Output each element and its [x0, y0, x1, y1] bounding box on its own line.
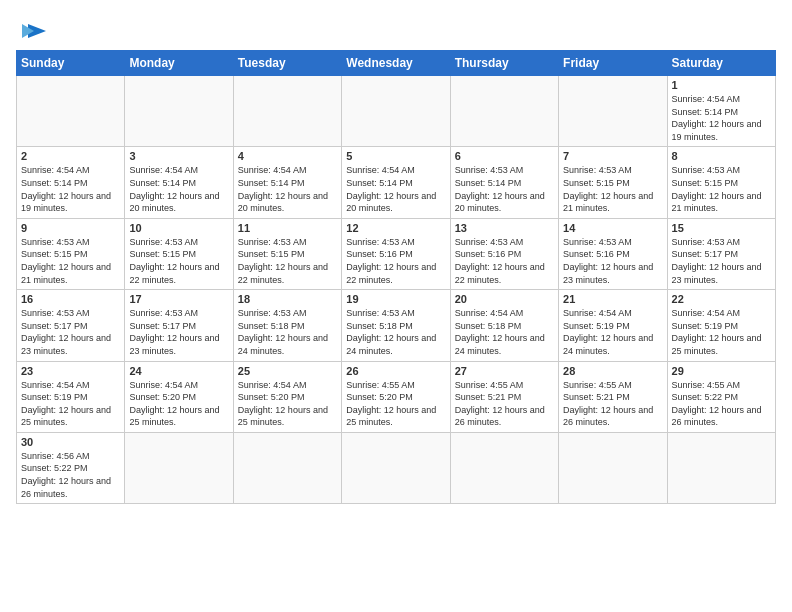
day-info: Sunrise: 4:56 AM Sunset: 5:22 PM Dayligh…	[21, 450, 120, 500]
day-info: Sunrise: 4:54 AM Sunset: 5:14 PM Dayligh…	[346, 164, 445, 214]
day-number: 30	[21, 436, 120, 448]
calendar-row: 2Sunrise: 4:54 AM Sunset: 5:14 PM Daylig…	[17, 147, 776, 218]
day-info: Sunrise: 4:53 AM Sunset: 5:16 PM Dayligh…	[455, 236, 554, 286]
logo	[16, 16, 48, 42]
day-number: 6	[455, 150, 554, 162]
calendar-table: SundayMondayTuesdayWednesdayThursdayFrid…	[16, 50, 776, 504]
day-info: Sunrise: 4:55 AM Sunset: 5:20 PM Dayligh…	[346, 379, 445, 429]
calendar-row: 16Sunrise: 4:53 AM Sunset: 5:17 PM Dayli…	[17, 290, 776, 361]
calendar-cell: 5Sunrise: 4:54 AM Sunset: 5:14 PM Daylig…	[342, 147, 450, 218]
calendar-cell: 7Sunrise: 4:53 AM Sunset: 5:15 PM Daylig…	[559, 147, 667, 218]
day-number: 25	[238, 365, 337, 377]
calendar-cell: 13Sunrise: 4:53 AM Sunset: 5:16 PM Dayli…	[450, 218, 558, 289]
calendar-cell: 19Sunrise: 4:53 AM Sunset: 5:18 PM Dayli…	[342, 290, 450, 361]
calendar-cell	[233, 76, 341, 147]
calendar-cell: 1Sunrise: 4:54 AM Sunset: 5:14 PM Daylig…	[667, 76, 775, 147]
weekday-header: Monday	[125, 51, 233, 76]
calendar-row: 30Sunrise: 4:56 AM Sunset: 5:22 PM Dayli…	[17, 432, 776, 503]
day-info: Sunrise: 4:53 AM Sunset: 5:14 PM Dayligh…	[455, 164, 554, 214]
calendar-cell	[125, 76, 233, 147]
calendar-cell: 22Sunrise: 4:54 AM Sunset: 5:19 PM Dayli…	[667, 290, 775, 361]
day-info: Sunrise: 4:53 AM Sunset: 5:17 PM Dayligh…	[21, 307, 120, 357]
day-number: 8	[672, 150, 771, 162]
calendar-cell: 2Sunrise: 4:54 AM Sunset: 5:14 PM Daylig…	[17, 147, 125, 218]
weekday-header: Saturday	[667, 51, 775, 76]
day-info: Sunrise: 4:55 AM Sunset: 5:22 PM Dayligh…	[672, 379, 771, 429]
day-info: Sunrise: 4:54 AM Sunset: 5:20 PM Dayligh…	[129, 379, 228, 429]
day-info: Sunrise: 4:53 AM Sunset: 5:17 PM Dayligh…	[129, 307, 228, 357]
day-number: 1	[672, 79, 771, 91]
calendar-cell: 15Sunrise: 4:53 AM Sunset: 5:17 PM Dayli…	[667, 218, 775, 289]
calendar-cell	[450, 76, 558, 147]
calendar-cell: 16Sunrise: 4:53 AM Sunset: 5:17 PM Dayli…	[17, 290, 125, 361]
calendar-cell: 3Sunrise: 4:54 AM Sunset: 5:14 PM Daylig…	[125, 147, 233, 218]
day-number: 4	[238, 150, 337, 162]
day-number: 18	[238, 293, 337, 305]
day-number: 11	[238, 222, 337, 234]
calendar-cell	[559, 76, 667, 147]
day-info: Sunrise: 4:55 AM Sunset: 5:21 PM Dayligh…	[455, 379, 554, 429]
day-number: 12	[346, 222, 445, 234]
day-number: 19	[346, 293, 445, 305]
day-number: 27	[455, 365, 554, 377]
day-number: 13	[455, 222, 554, 234]
day-number: 22	[672, 293, 771, 305]
calendar-cell: 14Sunrise: 4:53 AM Sunset: 5:16 PM Dayli…	[559, 218, 667, 289]
day-number: 16	[21, 293, 120, 305]
weekday-header: Thursday	[450, 51, 558, 76]
day-info: Sunrise: 4:53 AM Sunset: 5:16 PM Dayligh…	[563, 236, 662, 286]
day-info: Sunrise: 4:54 AM Sunset: 5:14 PM Dayligh…	[129, 164, 228, 214]
calendar-cell	[342, 432, 450, 503]
calendar-cell: 23Sunrise: 4:54 AM Sunset: 5:19 PM Dayli…	[17, 361, 125, 432]
day-number: 5	[346, 150, 445, 162]
day-info: Sunrise: 4:54 AM Sunset: 5:19 PM Dayligh…	[21, 379, 120, 429]
calendar-cell: 21Sunrise: 4:54 AM Sunset: 5:19 PM Dayli…	[559, 290, 667, 361]
calendar-cell: 11Sunrise: 4:53 AM Sunset: 5:15 PM Dayli…	[233, 218, 341, 289]
day-number: 3	[129, 150, 228, 162]
day-info: Sunrise: 4:54 AM Sunset: 5:14 PM Dayligh…	[672, 93, 771, 143]
day-info: Sunrise: 4:53 AM Sunset: 5:16 PM Dayligh…	[346, 236, 445, 286]
day-number: 17	[129, 293, 228, 305]
calendar-row: 9Sunrise: 4:53 AM Sunset: 5:15 PM Daylig…	[17, 218, 776, 289]
calendar-cell: 30Sunrise: 4:56 AM Sunset: 5:22 PM Dayli…	[17, 432, 125, 503]
calendar-cell	[559, 432, 667, 503]
calendar-cell: 29Sunrise: 4:55 AM Sunset: 5:22 PM Dayli…	[667, 361, 775, 432]
day-info: Sunrise: 4:53 AM Sunset: 5:17 PM Dayligh…	[672, 236, 771, 286]
logo-icon	[20, 20, 48, 42]
day-number: 28	[563, 365, 662, 377]
day-number: 21	[563, 293, 662, 305]
calendar-cell: 28Sunrise: 4:55 AM Sunset: 5:21 PM Dayli…	[559, 361, 667, 432]
calendar-cell: 27Sunrise: 4:55 AM Sunset: 5:21 PM Dayli…	[450, 361, 558, 432]
calendar-cell	[17, 76, 125, 147]
calendar-cell: 20Sunrise: 4:54 AM Sunset: 5:18 PM Dayli…	[450, 290, 558, 361]
day-number: 23	[21, 365, 120, 377]
day-info: Sunrise: 4:53 AM Sunset: 5:18 PM Dayligh…	[238, 307, 337, 357]
day-info: Sunrise: 4:53 AM Sunset: 5:18 PM Dayligh…	[346, 307, 445, 357]
day-info: Sunrise: 4:53 AM Sunset: 5:15 PM Dayligh…	[21, 236, 120, 286]
day-number: 29	[672, 365, 771, 377]
day-info: Sunrise: 4:54 AM Sunset: 5:14 PM Dayligh…	[238, 164, 337, 214]
weekday-header: Tuesday	[233, 51, 341, 76]
calendar-cell	[125, 432, 233, 503]
calendar-cell: 9Sunrise: 4:53 AM Sunset: 5:15 PM Daylig…	[17, 218, 125, 289]
page-header	[16, 16, 776, 42]
day-info: Sunrise: 4:54 AM Sunset: 5:19 PM Dayligh…	[563, 307, 662, 357]
day-info: Sunrise: 4:54 AM Sunset: 5:19 PM Dayligh…	[672, 307, 771, 357]
day-info: Sunrise: 4:53 AM Sunset: 5:15 PM Dayligh…	[238, 236, 337, 286]
calendar-cell: 6Sunrise: 4:53 AM Sunset: 5:14 PM Daylig…	[450, 147, 558, 218]
calendar-cell	[450, 432, 558, 503]
calendar-cell: 8Sunrise: 4:53 AM Sunset: 5:15 PM Daylig…	[667, 147, 775, 218]
calendar-header-row: SundayMondayTuesdayWednesdayThursdayFrid…	[17, 51, 776, 76]
calendar-cell: 17Sunrise: 4:53 AM Sunset: 5:17 PM Dayli…	[125, 290, 233, 361]
calendar-row: 1Sunrise: 4:54 AM Sunset: 5:14 PM Daylig…	[17, 76, 776, 147]
day-number: 26	[346, 365, 445, 377]
calendar-cell: 24Sunrise: 4:54 AM Sunset: 5:20 PM Dayli…	[125, 361, 233, 432]
calendar-cell: 4Sunrise: 4:54 AM Sunset: 5:14 PM Daylig…	[233, 147, 341, 218]
day-number: 24	[129, 365, 228, 377]
day-info: Sunrise: 4:54 AM Sunset: 5:18 PM Dayligh…	[455, 307, 554, 357]
day-info: Sunrise: 4:54 AM Sunset: 5:20 PM Dayligh…	[238, 379, 337, 429]
calendar-cell: 12Sunrise: 4:53 AM Sunset: 5:16 PM Dayli…	[342, 218, 450, 289]
calendar-row: 23Sunrise: 4:54 AM Sunset: 5:19 PM Dayli…	[17, 361, 776, 432]
calendar-cell: 18Sunrise: 4:53 AM Sunset: 5:18 PM Dayli…	[233, 290, 341, 361]
day-info: Sunrise: 4:53 AM Sunset: 5:15 PM Dayligh…	[672, 164, 771, 214]
